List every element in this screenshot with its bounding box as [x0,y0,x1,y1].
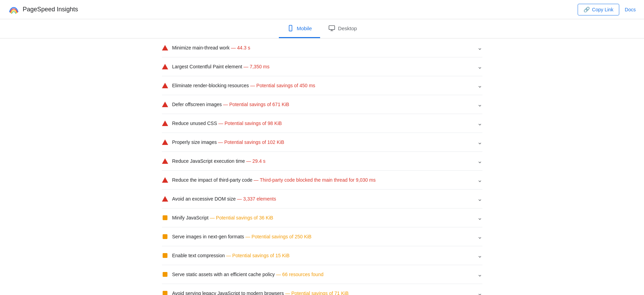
audit-left: Reduce unused CSS — Potential savings of… [162,120,473,126]
error-icon [162,139,168,145]
chevron-down-icon: ⌄ [477,120,482,127]
link-icon: 🔗 [583,7,590,13]
mobile-icon [287,25,294,32]
audit-detail: — Potential savings of 71 KiB [285,291,348,295]
docs-link[interactable]: Docs [625,7,636,12]
audit-item[interactable]: Minify JavaScript — Potential savings of… [162,208,482,227]
tab-mobile-label: Mobile [297,25,312,31]
error-icon [162,82,168,89]
warning-icon [162,215,168,221]
audit-left: Minimize main-thread work — 44.3 s [162,45,473,51]
audit-item[interactable]: Minimize main-thread work — 44.3 s⌄ [162,38,482,57]
desktop-icon [328,25,335,32]
audit-item[interactable]: Serve static assets with an efficient ca… [162,265,482,284]
header-right: 🔗 Copy Link Docs [578,4,636,15]
audit-left: Minify JavaScript — Potential savings of… [162,215,473,221]
audit-left: Avoid an excessive DOM size — 3,337 elem… [162,196,473,202]
audit-left: Enable text compression — Potential savi… [162,252,473,259]
tab-mobile[interactable]: Mobile [279,19,320,38]
audit-left: Serve static assets with an efficient ca… [162,271,473,277]
audit-title: Enable text compression — Potential savi… [172,253,290,258]
audit-item[interactable]: Reduce JavaScript execution time — 29.4 … [162,152,482,171]
audit-detail: — Potential savings of 98 KiB [218,121,282,126]
tab-desktop[interactable]: Desktop [320,19,365,38]
header: PageSpeed Insights 🔗 Copy Link Docs [0,0,644,19]
error-icon [162,45,168,51]
svg-rect-0 [289,25,292,31]
error-icon [162,177,168,183]
audit-left: Reduce the impact of third-party code — … [162,177,473,183]
audit-detail: — Potential savings of 450 ms [250,83,315,88]
warning-icon [162,290,168,295]
audit-title: Serve static assets with an efficient ca… [172,272,324,277]
audit-left: Avoid serving legacy JavaScript to moder… [162,290,473,295]
audit-detail: — Potential savings of 671 KiB [223,102,289,107]
main-content: Minimize main-thread work — 44.3 s⌄Large… [154,38,491,295]
error-icon [162,196,168,202]
copy-link-label: Copy Link [592,7,613,12]
audit-detail: — 29.4 s [246,158,265,164]
error-icon [162,158,168,164]
header-left: PageSpeed Insights [8,4,78,15]
audit-detail: — Third-party code blocked the main thre… [254,177,376,183]
audit-title: Avoid serving legacy JavaScript to moder… [172,291,349,295]
chevron-down-icon: ⌄ [477,214,482,222]
chevron-down-icon: ⌄ [477,101,482,108]
audit-item[interactable]: Serve images in next-gen formats — Poten… [162,227,482,246]
audit-detail: — 66 resources found [276,272,324,277]
svg-point-1 [290,30,291,30]
app-title: PageSpeed Insights [23,6,78,13]
audit-title: Reduce unused CSS — Potential savings of… [172,121,282,126]
error-icon [162,101,168,107]
audit-detail: — Potential savings of 102 KiB [218,139,284,145]
chevron-down-icon: ⌄ [477,290,482,295]
audit-left: Eliminate render-blocking resources — Po… [162,82,473,89]
audit-item[interactable]: Avoid serving legacy JavaScript to moder… [162,284,482,295]
error-icon [162,64,168,70]
audit-title: Eliminate render-blocking resources — Po… [172,83,315,88]
audit-title: Largest Contentful Paint element — 7,350… [172,64,270,69]
error-icon [162,120,168,126]
audit-item[interactable]: Avoid an excessive DOM size — 3,337 elem… [162,190,482,208]
audit-left: Properly size images — Potential savings… [162,139,473,145]
audit-item[interactable]: Defer offscreen images — Potential savin… [162,95,482,114]
audit-left: Defer offscreen images — Potential savin… [162,101,473,107]
audit-detail: — 3,337 elements [237,196,276,202]
chevron-down-icon: ⌄ [477,82,482,89]
audit-left: Serve images in next-gen formats — Poten… [162,234,473,240]
chevron-down-icon: ⌄ [477,195,482,203]
audit-item[interactable]: Enable text compression — Potential savi… [162,246,482,265]
chevron-down-icon: ⌄ [477,138,482,146]
chevron-down-icon: ⌄ [477,271,482,278]
audit-item[interactable]: Eliminate render-blocking resources — Po… [162,76,482,95]
audit-title: Reduce JavaScript execution time — 29.4 … [172,158,266,164]
logo-icon [8,4,19,15]
audit-title: Defer offscreen images — Potential savin… [172,102,290,107]
audit-detail: — Potential savings of 250 KiB [245,234,312,239]
audit-detail: — 7,350 ms [243,64,269,69]
audit-detail: — Potential savings of 15 KiB [226,253,290,258]
chevron-down-icon: ⌄ [477,157,482,165]
audit-item[interactable]: Properly size images — Potential savings… [162,133,482,152]
chevron-down-icon: ⌄ [477,176,482,184]
chevron-down-icon: ⌄ [477,44,482,52]
audit-detail: — Potential savings of 36 KiB [210,215,273,220]
audit-title: Serve images in next-gen formats — Poten… [172,234,312,239]
chevron-down-icon: ⌄ [477,63,482,70]
audit-title: Avoid an excessive DOM size — 3,337 elem… [172,196,276,202]
audit-title: Reduce the impact of third-party code — … [172,177,376,183]
tab-desktop-label: Desktop [338,25,357,31]
copy-link-button[interactable]: 🔗 Copy Link [578,4,619,15]
audit-item[interactable]: Reduce the impact of third-party code — … [162,171,482,190]
warning-icon [162,252,168,259]
chevron-down-icon: ⌄ [477,233,482,240]
svg-rect-2 [329,26,335,30]
audit-left: Reduce JavaScript execution time — 29.4 … [162,158,473,164]
warning-icon [162,271,168,277]
audit-title: Minimize main-thread work — 44.3 s [172,45,250,50]
warning-icon [162,234,168,240]
audit-item[interactable]: Reduce unused CSS — Potential savings of… [162,114,482,133]
audit-detail: — 44.3 s [231,45,250,50]
audit-item[interactable]: Largest Contentful Paint element — 7,350… [162,57,482,76]
audit-list: Minimize main-thread work — 44.3 s⌄Large… [162,38,482,295]
